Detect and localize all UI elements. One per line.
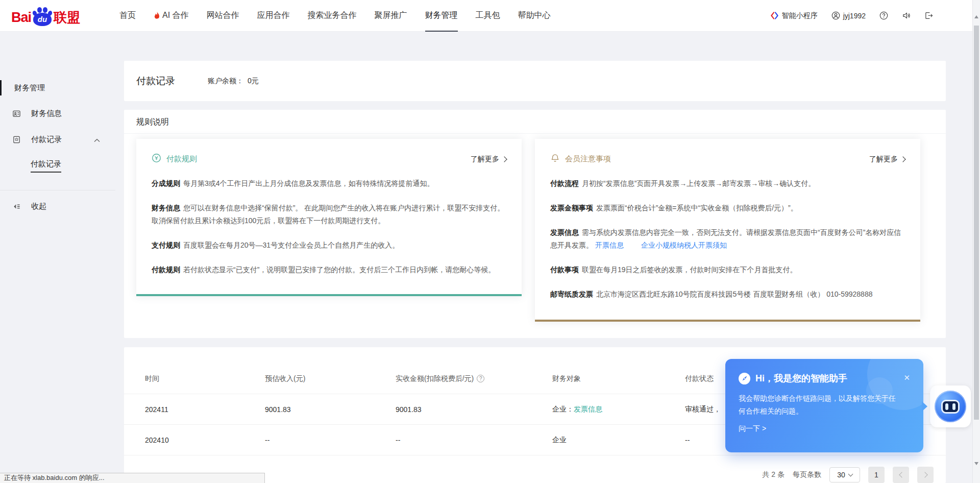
page-header-card: 付款记录 账户余额：0元 [124, 61, 946, 101]
payment-rules-more-link[interactable]: 了解更多 [471, 155, 506, 164]
nav-item-ai-cooperation[interactable]: AI 合作 [154, 0, 189, 32]
col-header-estimated-income: 预估收入(元) [265, 374, 396, 383]
chevron-right-icon [922, 472, 927, 477]
rules-heading: 规则说明 [124, 110, 946, 134]
cell-finance-target: 企业：发票信息 [552, 405, 685, 414]
invoice-info-table-link[interactable]: 发票信息 [574, 405, 602, 413]
pagination: 共 2 条 每页条数 30 1 [762, 467, 934, 483]
assistant-title: Hi，我是您的智能助手 [755, 372, 847, 384]
logo-text-bai: Bai [11, 9, 31, 26]
nav-item-toolkit[interactable]: 工具包 [476, 0, 500, 32]
bell-icon [550, 153, 560, 165]
smart-miniapp-entry[interactable]: 智能小程序 [770, 11, 818, 20]
sidebar-collapse-button[interactable]: 收起 [0, 197, 115, 215]
rule-item: 财务信息您可以在财务信息中选择“保留付款”。 在此期间您产生的收入将在账户内进行… [152, 202, 506, 227]
vertical-scrollbar[interactable] [972, 0, 980, 483]
sidebar-item-payment-records[interactable]: 付款记录 [0, 130, 115, 149]
user-account[interactable]: jyj1992 [831, 11, 866, 20]
col-header-time: 时间 [145, 374, 265, 383]
user-icon [831, 11, 840, 20]
scroll-down-arrow-icon[interactable] [974, 462, 978, 465]
account-balance: 账户余额：0元 [208, 77, 259, 86]
rule-item: 付款事项联盟在每月19日之后签收的发票，付款时间安排在下个月首批支付。 [550, 263, 905, 276]
sidebar-title-finance-management[interactable]: 财务管理 [0, 79, 115, 97]
assistant-popup-arrow [922, 401, 927, 412]
nav-item-search-cooperation[interactable]: 搜索业务合作 [308, 0, 357, 32]
baidu-union-logo[interactable]: Bai du 联盟 [11, 6, 119, 26]
coin-icon [152, 153, 161, 165]
chevron-up-icon[interactable] [94, 135, 100, 144]
browser-status-bar: 正在等待 xlab.baidu.com 的响应... [0, 473, 265, 483]
payment-rules-panel: 付款规则 了解更多 分成规则每月第3或4个工作日产出上月分成信息及发票信息，如有… [136, 139, 522, 296]
rule-item: 付款规则若付款状态显示“已支付”，说明联盟已安排了您的付款。支付后三个工作日内到… [152, 263, 506, 276]
page-title: 付款记录 [136, 75, 175, 88]
cell-time: 202411 [145, 405, 265, 414]
pagination-total: 共 2 条 [762, 470, 785, 479]
cell-actual: 9001.83 [396, 405, 552, 414]
sound-icon[interactable] [902, 11, 911, 20]
logout-icon[interactable] [924, 11, 933, 20]
per-page-select[interactable]: 30 [829, 467, 860, 482]
sidebar-divider [0, 190, 115, 190]
nav-item-app-cooperation[interactable]: 应用合作 [257, 0, 290, 32]
cell-estimated: 9001.83 [265, 405, 396, 414]
rule-item: 邮寄纸质发票北京市海淀区西北旺东路10号院百度科技园5号楼 百度联盟财务组（收）… [550, 288, 905, 301]
assistant-ask-link[interactable]: 问一下 > [739, 424, 910, 433]
cell-finance-target: 企业 [552, 436, 685, 445]
payment-record-icon [12, 135, 21, 144]
top-navbar: Bai du 联盟 首页 AI 合作 网站合作 应用合作 搜索业务合作 聚屏推广… [0, 0, 980, 32]
next-page-button[interactable] [917, 467, 934, 483]
payment-rules-title: 付款规则 [166, 154, 197, 164]
cell-actual: -- [396, 436, 552, 444]
close-icon[interactable]: ✕ [903, 373, 910, 382]
robot-avatar-icon [935, 391, 966, 422]
scroll-up-arrow-icon[interactable] [974, 15, 978, 18]
logo-text-union: 联盟 [54, 9, 80, 26]
baidu-paw-icon: du [32, 6, 53, 26]
cell-time: 202410 [145, 436, 265, 444]
rules-card: 规则说明 付款规则 了解更多 分成规则每月第3或4个工作日产出上月分成信息及发票… [124, 110, 946, 338]
member-notice-more-link[interactable]: 了解更多 [869, 155, 905, 164]
sidebar-subitem-payment-records[interactable]: 付款记录 [31, 157, 61, 173]
member-notice-panel: 会员注意事项 了解更多 付款流程月初按“发票信息”页面开具发票→上传发票→邮寄发… [535, 139, 920, 322]
collapse-icon [12, 202, 21, 211]
prev-page-button[interactable] [893, 467, 909, 483]
rule-item: 发票信息需与系统内发票信息内容完全一致，否则无法支付。请根据发票信息页面中“百度… [550, 226, 905, 252]
nav-item-finance-management[interactable]: 财务管理 [425, 0, 458, 32]
navbar-utilities: 智能小程序 jyj1992 [770, 11, 980, 20]
rule-item: 支付规则百度联盟会在每月20号—31号支付企业会员上个自然月产生的收入。 [152, 239, 506, 252]
miniapp-diamond-icon [770, 11, 779, 20]
nav-item-home[interactable]: 首页 [119, 0, 136, 32]
compass-icon [739, 373, 750, 384]
nav-item-screen-promotion[interactable]: 聚屏推广 [375, 0, 407, 32]
sidebar: 财务管理 财务信息 付款记录 付款记录 [0, 32, 115, 483]
scrollbar-thumb[interactable] [974, 26, 979, 420]
chevron-down-icon [848, 472, 853, 477]
assistant-robot-button[interactable] [930, 385, 971, 427]
finance-info-icon [12, 109, 21, 118]
main-nav: 首页 AI 合作 网站合作 应用合作 搜索业务合作 聚屏推广 财务管理 工具包 … [119, 0, 551, 32]
col-header-finance-target: 财务对象 [552, 374, 685, 383]
assistant-popup: Hi，我是您的智能助手 ✕ 我会帮助您诊断合作链路问题，以及解答您关于任何合作相… [725, 359, 923, 452]
page: Bai du 联盟 首页 AI 合作 网站合作 应用合作 搜索业务合作 聚屏推广… [0, 0, 980, 483]
invoice-info-link[interactable]: 开票信息 [595, 241, 624, 249]
page-number-button[interactable]: 1 [868, 467, 885, 483]
cell-estimated: -- [265, 436, 396, 444]
rule-item: 付款流程月初按“发票信息”页面开具发票→上传发票→邮寄发票→审核→确认支付。 [550, 177, 905, 190]
nav-item-help-center[interactable]: 帮助中心 [518, 0, 551, 32]
small-taxpayer-notice-link[interactable]: 企业小规模纳税人开票须知 [641, 241, 727, 249]
chevron-left-icon [899, 472, 904, 477]
help-icon[interactable] [879, 11, 888, 20]
nav-item-website-cooperation[interactable]: 网站合作 [207, 0, 239, 32]
question-circle-icon[interactable]: ? [477, 375, 484, 382]
assistant-message: 我会帮助您诊断合作链路问题，以及解答您关于任何合作相关的问题。 [739, 392, 902, 418]
sidebar-item-finance-info[interactable]: 财务信息 [0, 104, 115, 123]
per-page-label: 每页条数 [793, 470, 821, 479]
col-header-actual-amount: 实收金额(扣除税费后/元) ? [396, 374, 552, 383]
rule-item: 发票金额事项发票票面“价税合计”金额=系统中“实收金额（扣除税费后/元）”。 [550, 202, 905, 214]
assistant-header: Hi，我是您的智能助手 ✕ [739, 372, 910, 384]
rule-item: 分成规则每月第3或4个工作日产出上月分成信息及发票信息，如有特殊情况将提前通知。 [152, 177, 506, 190]
account-balance-value: 0元 [248, 77, 259, 85]
member-notice-title: 会员注意事项 [565, 154, 611, 164]
flame-icon [154, 12, 160, 20]
